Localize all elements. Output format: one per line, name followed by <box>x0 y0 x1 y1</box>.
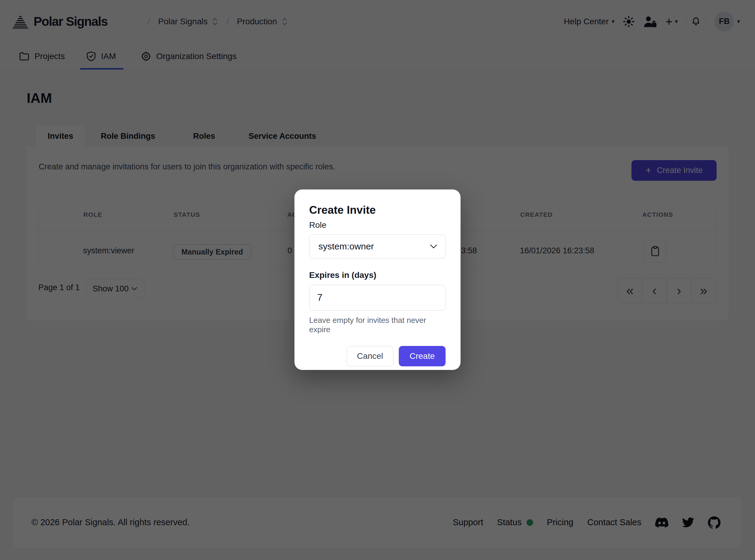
app-root: Polar Signals / Polar Signals / Producti… <box>0 0 755 560</box>
chevron-down-icon <box>430 244 437 249</box>
expires-input[interactable] <box>309 285 445 311</box>
role-field-label: Role <box>309 220 445 230</box>
create-button[interactable]: Create <box>399 346 445 366</box>
create-invite-modal: Create Invite Role system:owner Expires … <box>295 189 460 370</box>
expires-helper-text: Leave empty for invites that never expir… <box>309 316 445 334</box>
role-select[interactable]: system:owner <box>309 235 445 258</box>
modal-actions: Cancel Create <box>309 346 445 366</box>
modal-title: Create Invite <box>309 204 445 217</box>
expires-field-label: Expires in (days) <box>309 271 445 280</box>
cancel-button[interactable]: Cancel <box>346 346 393 366</box>
role-select-value: system:owner <box>318 241 374 252</box>
